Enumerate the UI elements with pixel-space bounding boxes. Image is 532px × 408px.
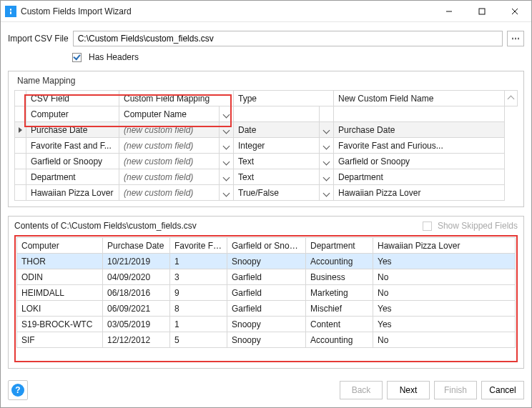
preview-cell: No [373, 285, 516, 301]
preview-cell: Yes [373, 301, 516, 317]
preview-column-header[interactable]: Hawaiian Pizza Lover [373, 238, 516, 254]
wizard-body: Import CSV File ⋯ Has Headers Name Mappi… [1, 22, 531, 374]
has-headers-row: Has Headers [8, 52, 524, 62]
mapping-row[interactable]: Garfield or Snoopy(new custom field)Text… [15, 154, 518, 169]
preview-head: Contents of C:\Custom Fields\custom_fiel… [14, 221, 518, 231]
preview-cell: 10/21/2019 [103, 254, 170, 269]
preview-row[interactable]: S19-BROCK-WTC03/05/20191SnoopyContentYes [17, 317, 516, 332]
csv-field-cell[interactable]: Purchase Date [26, 122, 119, 138]
mapping-cell[interactable]: (new custom field) [119, 185, 220, 201]
type-dropdown [320, 106, 334, 122]
newname-cell[interactable] [334, 106, 505, 122]
preview-column-header[interactable]: Purchase Date [103, 238, 170, 254]
newname-cell[interactable]: Hawaiian Pizza Lover [334, 185, 505, 201]
type-cell[interactable]: Integer [234, 138, 320, 154]
preview-cell: HEIMDALL [17, 285, 103, 301]
csv-field-cell[interactable]: Favorite Fast and F... [26, 138, 119, 154]
csv-field-cell[interactable]: Computer [26, 106, 119, 122]
mapping-cell[interactable]: (new custom field) [119, 122, 220, 138]
mapping-header-map[interactable]: Custom Field Mapping [119, 91, 234, 106]
preview-row[interactable]: THOR10/21/20191SnoopyAccountingYes [17, 254, 516, 269]
mapping-dropdown[interactable] [220, 138, 234, 154]
mapping-dropdown[interactable] [220, 169, 234, 185]
preview-row[interactable]: ODIN04/09/20203GarfieldBusinessNo [17, 269, 516, 285]
preview-cell: 9 [170, 285, 227, 301]
row-indicator [15, 106, 26, 122]
mapping-header-csv[interactable]: CSV Field [26, 91, 119, 106]
preview-cell: S19-BROCK-WTC [17, 317, 103, 332]
preview-cell: 1 [170, 317, 227, 332]
preview-cell: Snoopy [227, 254, 306, 269]
browse-button[interactable]: ⋯ [507, 31, 524, 46]
has-headers-label: Has Headers [89, 52, 139, 62]
newname-cell[interactable]: Garfield or Snoopy [334, 154, 505, 169]
newname-cell[interactable]: Purchase Date [334, 122, 505, 138]
has-headers-checkbox[interactable] [72, 53, 82, 62]
preview-cell: Yes [373, 317, 516, 332]
preview-panel: Contents of C:\Custom Fields\custom_fiel… [8, 216, 524, 369]
mapping-dropdown[interactable] [220, 185, 234, 201]
mapping-scrollbar[interactable] [505, 91, 518, 106]
type-cell[interactable]: Date [234, 122, 320, 138]
mapping-row[interactable]: Department(new custom field)TextDepartme… [15, 169, 518, 185]
type-dropdown[interactable] [320, 154, 334, 169]
type-cell[interactable]: Text [234, 154, 320, 169]
back-button[interactable]: Back [340, 381, 383, 399]
preview-cell: Marketing [306, 285, 373, 301]
show-skipped-checkbox: Show Skipped Fields [423, 221, 518, 231]
mapping-header-type[interactable]: Type [234, 91, 334, 106]
mapping-cell[interactable]: (new custom field) [119, 138, 220, 154]
close-button[interactable] [498, 1, 531, 21]
preview-column-header[interactable]: Computer [17, 238, 103, 254]
mapping-cell[interactable]: (new custom field) [119, 154, 220, 169]
mapping-row[interactable]: Favorite Fast and F...(new custom field)… [15, 138, 518, 154]
preview-cell: Business [306, 269, 373, 285]
preview-column-header[interactable]: Favorite Fas... [170, 238, 227, 254]
preview-cell: ODIN [17, 269, 103, 285]
newname-cell[interactable]: Department [334, 169, 505, 185]
next-button[interactable]: Next [387, 381, 430, 399]
type-dropdown[interactable] [320, 122, 334, 138]
mapping-row[interactable]: Purchase Date(new custom field)DatePurch… [15, 122, 518, 138]
window-title: Custom Fields Import Wizard [21, 6, 433, 16]
preview-cell: Garfield [227, 301, 306, 317]
csv-field-cell[interactable]: Garfield or Snoopy [26, 154, 119, 169]
mapping-row[interactable]: Hawaiian Pizza Lover(new custom field)Tr… [15, 185, 518, 201]
maximize-button[interactable] [466, 1, 498, 21]
type-dropdown[interactable] [320, 169, 334, 185]
csv-field-cell[interactable]: Hawaiian Pizza Lover [26, 185, 119, 201]
preview-cell: Snoopy [227, 317, 306, 332]
mapping-dropdown[interactable] [220, 122, 234, 138]
preview-row[interactable]: LOKI06/09/20218GarfieldMischiefYes [17, 301, 516, 317]
preview-cell: 5 [170, 332, 227, 348]
minimize-button[interactable] [433, 1, 466, 21]
help-button[interactable]: ? [8, 380, 28, 400]
mapping-header-newname[interactable]: New Custom Field Name [334, 91, 505, 106]
csv-field-cell[interactable]: Department [26, 169, 119, 185]
preview-cell: Yes [373, 254, 516, 269]
preview-row[interactable]: SIF12/12/20125SnoopyAccountingNo [17, 332, 516, 348]
svg-rect-0 [10, 9, 11, 11]
type-cell[interactable] [234, 106, 320, 122]
svg-rect-3 [479, 9, 485, 14]
mapping-dropdown[interactable] [220, 106, 234, 122]
mapping-cell[interactable]: Computer Name [119, 106, 220, 122]
type-cell[interactable]: Text [234, 169, 320, 185]
mapping-dropdown[interactable] [220, 154, 234, 169]
type-dropdown[interactable] [320, 138, 334, 154]
mapping-cell[interactable]: (new custom field) [119, 169, 220, 185]
cancel-button[interactable]: Cancel [481, 381, 524, 399]
finish-button[interactable]: Finish [434, 381, 477, 399]
type-dropdown[interactable] [320, 185, 334, 201]
preview-column-header[interactable]: Department [306, 238, 373, 254]
preview-column-header[interactable]: Garfield or Snoopy [227, 238, 306, 254]
newname-cell[interactable]: Favorite Fast and Furious... [334, 138, 505, 154]
preview-header-row: ComputerPurchase DateFavorite Fas...Garf… [17, 238, 516, 254]
preview-row[interactable]: HEIMDALL06/18/20169GarfieldMarketingNo [17, 285, 516, 301]
type-cell[interactable]: True/False [234, 185, 320, 201]
preview-cell: Accounting [306, 332, 373, 348]
mapping-row[interactable]: ComputerComputer Name [15, 106, 518, 122]
show-skipped-box [423, 222, 432, 231]
preview-cell: Mischief [306, 301, 373, 317]
csv-path-input[interactable] [73, 31, 503, 46]
